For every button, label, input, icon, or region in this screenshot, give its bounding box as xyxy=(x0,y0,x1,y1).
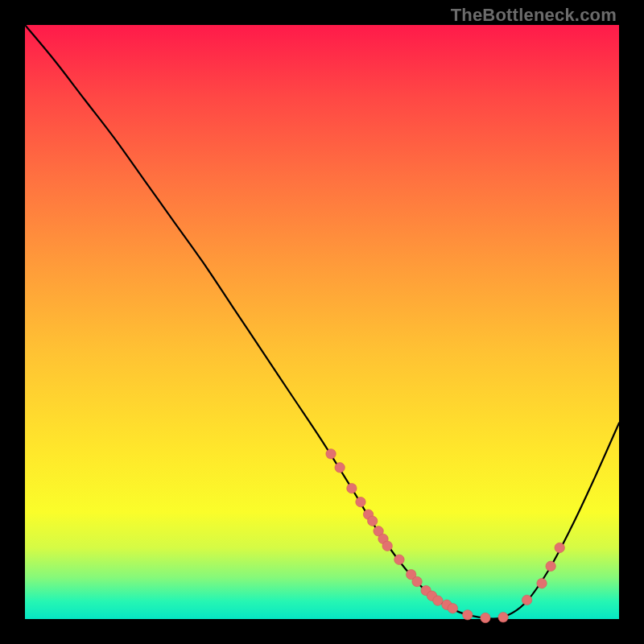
data-point xyxy=(546,561,555,571)
chart-container: TheBottleneck.com xyxy=(0,0,644,644)
data-point xyxy=(394,555,404,564)
data-markers xyxy=(326,449,565,623)
data-point xyxy=(555,543,564,552)
data-point xyxy=(335,463,345,473)
data-point xyxy=(368,516,378,526)
data-point xyxy=(433,596,443,605)
data-point xyxy=(347,483,357,493)
chart-svg xyxy=(25,25,619,619)
data-point xyxy=(412,576,422,586)
data-point xyxy=(537,579,547,588)
watermark-text: TheBottleneck.com xyxy=(451,5,617,26)
data-point xyxy=(498,613,508,622)
data-point xyxy=(356,497,365,506)
data-point xyxy=(326,449,336,459)
data-point xyxy=(448,604,457,613)
data-point xyxy=(522,595,531,605)
data-point xyxy=(382,541,392,551)
bottleneck-curve xyxy=(25,25,619,619)
data-point xyxy=(463,610,473,620)
data-point xyxy=(481,613,490,622)
